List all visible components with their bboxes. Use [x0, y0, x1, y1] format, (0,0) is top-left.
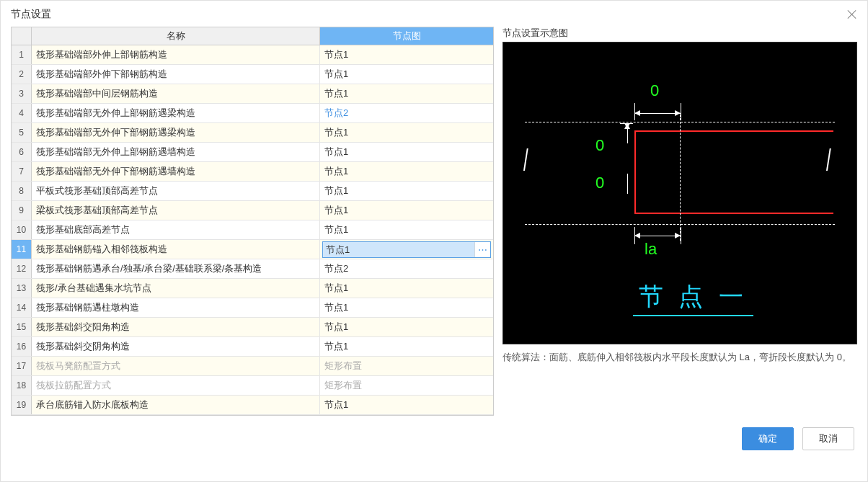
row-index: 17: [12, 357, 32, 375]
row-name: 筏形基础端部无外伸上部钢筋遇墙构造: [32, 143, 320, 161]
dim-value: 0: [650, 81, 659, 100]
row-node-value[interactable]: ⋯: [320, 240, 493, 259]
row-index: 11: [12, 240, 32, 259]
row-node-value[interactable]: 矩形布置: [320, 357, 493, 375]
row-node-value[interactable]: 节点1: [320, 182, 493, 200]
row-index: 4: [12, 104, 32, 122]
cancel-button[interactable]: 取消: [802, 427, 854, 450]
row-name: 梁板式筏形基础顶部高差节点: [32, 201, 320, 220]
row-node-value[interactable]: 节点1: [320, 220, 493, 239]
row-node-value[interactable]: 节点1: [320, 279, 493, 298]
table-row[interactable]: 13筏形/承台基础遇集水坑节点节点1: [12, 279, 493, 298]
row-name: 筏形基础斜交阳角构造: [32, 318, 320, 336]
close-icon[interactable]: [847, 9, 857, 19]
table-row[interactable]: 6筏形基础端部无外伸上部钢筋遇墙构造节点1: [12, 143, 493, 162]
table-row[interactable]: 17筏板马凳筋配置方式矩形布置: [12, 357, 493, 376]
table-row[interactable]: 5筏形基础端部无外伸下部钢筋遇梁构造节点1: [12, 123, 493, 143]
row-index: 12: [12, 259, 32, 278]
node-editor[interactable]: ⋯: [322, 241, 491, 258]
table-row[interactable]: 7筏形基础端部无外伸下部钢筋遇墙构造节点1: [12, 162, 493, 182]
dim-value: la: [645, 240, 657, 259]
table-row[interactable]: 2筏形基础端部外伸下部钢筋构造节点1: [12, 65, 493, 84]
row-node-value[interactable]: 节点1: [320, 318, 493, 336]
row-index: 19: [12, 396, 32, 414]
row-name: 平板式筏形基础顶部高差节点: [32, 182, 320, 200]
row-node-value[interactable]: 节点1: [320, 84, 493, 103]
row-node-value[interactable]: 节点1: [320, 143, 493, 161]
dim-value: 0: [595, 136, 604, 155]
preview-pane: 节点设置示意图 / / 0: [502, 27, 857, 416]
table-row[interactable]: 9梁板式筏形基础顶部高差节点节点1: [12, 201, 493, 220]
header-name: 名称: [32, 27, 320, 45]
window-title: 节点设置: [11, 8, 51, 21]
row-node-value[interactable]: 节点1: [320, 123, 493, 142]
table-row[interactable]: 15筏形基础斜交阳角构造节点1: [12, 318, 493, 337]
description-text: 传统算法：面筋、底筋伸入相邻筏板内水平段长度默认为 La，弯折段长度默认为 0。: [502, 350, 857, 365]
row-name: 筏形基础端部无外伸下部钢筋遇梁构造: [32, 123, 320, 142]
row-index: 10: [12, 220, 32, 239]
row-name: 筏板马凳筋配置方式: [32, 357, 320, 375]
row-name: 筏形基础端部无外伸上部钢筋遇梁构造: [32, 104, 320, 122]
row-name: 筏形基础斜交阴角构造: [32, 337, 320, 356]
row-node-value[interactable]: 节点1: [320, 298, 493, 317]
row-node-value[interactable]: 节点1: [320, 65, 493, 84]
row-name: 筏形基础底部高差节点: [32, 220, 320, 239]
ellipsis-icon[interactable]: ⋯: [474, 242, 490, 257]
row-name: 筏形/承台基础遇集水坑节点: [32, 279, 320, 298]
row-index: 18: [12, 376, 32, 395]
dim-value: 0: [595, 174, 604, 192]
row-name: 筏形基础端部外伸上部钢筋构造: [32, 45, 320, 64]
row-index: 6: [12, 143, 32, 161]
row-index: 16: [12, 337, 32, 356]
header-index: [12, 27, 32, 45]
rebar-shape: [634, 130, 833, 214]
row-name: 筏形基础钢筋遇柱墩构造: [32, 298, 320, 317]
table-row[interactable]: 12筏形基础钢筋遇承台/独基/承台梁/基础联系梁/条基构造节点2: [12, 259, 493, 279]
row-node-value[interactable]: 节点1: [320, 45, 493, 64]
table-row[interactable]: 19承台底筋锚入防水底板构造节点1: [12, 396, 493, 415]
row-name: 承台底筋锚入防水底板构造: [32, 396, 320, 414]
row-node-value[interactable]: 节点1: [320, 337, 493, 356]
table-row[interactable]: 16筏形基础斜交阴角构造节点1: [12, 337, 493, 357]
table-row[interactable]: 18筏板拉筋配置方式矩形布置: [12, 376, 493, 396]
row-name: 筏形基础端部中间层钢筋构造: [32, 84, 320, 103]
row-index: 9: [12, 201, 32, 220]
row-node-value[interactable]: 节点1: [320, 162, 493, 181]
row-index: 7: [12, 162, 32, 181]
table-row[interactable]: 8平板式筏形基础顶部高差节点节点1: [12, 182, 493, 201]
footer: 确定 取消: [1, 421, 867, 460]
row-node-value[interactable]: 节点2: [320, 104, 493, 122]
dash-line: [680, 115, 681, 241]
table-row[interactable]: 4筏形基础端部无外伸上部钢筋遇梁构造节点2: [12, 104, 493, 123]
header-node[interactable]: 节点图: [320, 27, 493, 45]
row-name: 筏形基础端部外伸下部钢筋构造: [32, 65, 320, 84]
row-node-value[interactable]: 节点1: [320, 201, 493, 220]
row-index: 5: [12, 123, 32, 142]
table-header: 名称 节点图: [12, 27, 493, 45]
table-body: 1筏形基础端部外伸上部钢筋构造节点12筏形基础端部外伸下部钢筋构造节点13筏形基…: [12, 45, 493, 415]
settings-table: 名称 节点图 1筏形基础端部外伸上部钢筋构造节点12筏形基础端部外伸下部钢筋构造…: [11, 27, 494, 416]
preview-canvas: / / 0 0: [502, 42, 857, 344]
table-row[interactable]: 1筏形基础端部外伸上部钢筋构造节点1: [12, 45, 493, 65]
row-index: 13: [12, 279, 32, 298]
break-mark: /: [523, 143, 528, 179]
row-name: 筏形基础端部无外伸下部钢筋遇墙构造: [32, 162, 320, 181]
row-index: 14: [12, 298, 32, 317]
row-node-value[interactable]: 节点2: [320, 259, 493, 278]
table-row[interactable]: 11筏形基础钢筋锚入相邻筏板构造⋯: [12, 240, 493, 259]
row-name: 筏形基础钢筋锚入相邻筏板构造: [32, 240, 320, 259]
row-index: 1: [12, 45, 32, 64]
ok-button[interactable]: 确定: [742, 427, 794, 450]
row-node-value[interactable]: 节点1: [320, 396, 493, 414]
row-name: 筏板拉筋配置方式: [32, 376, 320, 395]
row-index: 2: [12, 65, 32, 84]
row-index: 15: [12, 318, 32, 336]
row-node-value[interactable]: 矩形布置: [320, 376, 493, 395]
table-row[interactable]: 10筏形基础底部高差节点节点1: [12, 220, 493, 240]
main-content: 名称 节点图 1筏形基础端部外伸上部钢筋构造节点12筏形基础端部外伸下部钢筋构造…: [1, 27, 867, 421]
row-name: 筏形基础钢筋遇承台/独基/承台梁/基础联系梁/条基构造: [32, 259, 320, 278]
table-row[interactable]: 3筏形基础端部中间层钢筋构造节点1: [12, 84, 493, 104]
node-editor-input[interactable]: [323, 242, 474, 257]
table-row[interactable]: 14筏形基础钢筋遇柱墩构造节点1: [12, 298, 493, 318]
preview-title: 节点设置示意图: [502, 27, 857, 40]
